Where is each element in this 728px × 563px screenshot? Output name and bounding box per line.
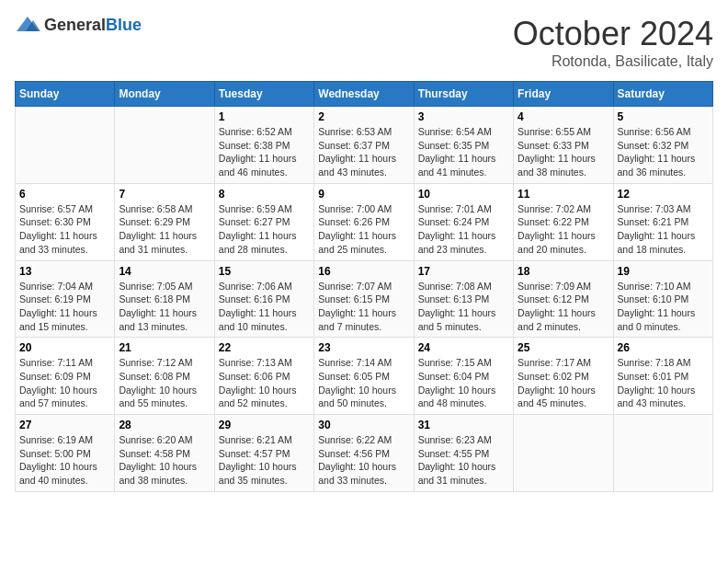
calendar-day-cell: 5Sunrise: 6:56 AMSunset: 6:32 PMDaylight… (613, 107, 712, 184)
day-of-week-header: Monday (115, 82, 214, 107)
day-number: 5 (618, 110, 709, 123)
calendar-day-cell: 3Sunrise: 6:54 AMSunset: 6:35 PMDaylight… (414, 107, 513, 184)
logo-blue: Blue (106, 16, 142, 34)
calendar-day-cell: 12Sunrise: 7:03 AMSunset: 6:21 PMDayligh… (613, 183, 712, 260)
logo-text: GeneralBlue (44, 16, 142, 35)
day-number: 31 (418, 419, 509, 431)
logo: GeneralBlue (15, 15, 142, 35)
calendar-day-cell: 11Sunrise: 7:02 AMSunset: 6:22 PMDayligh… (514, 183, 613, 260)
calendar-day-cell: 7Sunrise: 6:58 AMSunset: 6:29 PMDaylight… (115, 183, 214, 260)
calendar-week-row: 20Sunrise: 7:11 AMSunset: 6:09 PMDayligh… (16, 338, 713, 415)
day-number: 18 (518, 265, 609, 278)
day-info: Sunrise: 6:57 AMSunset: 6:30 PMDaylight:… (19, 202, 110, 257)
day-info: Sunrise: 7:08 AMSunset: 6:13 PMDaylight:… (418, 280, 509, 334)
day-info: Sunrise: 7:09 AMSunset: 6:12 PMDaylight:… (518, 280, 609, 334)
day-number: 16 (318, 265, 409, 278)
day-info: Sunrise: 7:04 AMSunset: 6:19 PMDaylight:… (19, 280, 110, 334)
day-info: Sunrise: 7:02 AMSunset: 6:22 PMDaylight:… (518, 202, 609, 257)
day-number: 20 (19, 341, 110, 354)
day-info: Sunrise: 6:56 AMSunset: 6:32 PMDaylight:… (618, 125, 709, 179)
day-info: Sunrise: 6:55 AMSunset: 6:33 PMDaylight:… (518, 125, 609, 179)
day-info: Sunrise: 7:11 AMSunset: 6:09 PMDaylight:… (19, 356, 110, 410)
calendar-day-cell: 24Sunrise: 7:15 AMSunset: 6:04 PMDayligh… (414, 338, 513, 415)
calendar-day-cell: 28Sunrise: 6:20 AMSunset: 4:58 PMDayligh… (115, 415, 214, 492)
day-of-week-header: Wednesday (314, 82, 414, 107)
calendar-day-cell: 19Sunrise: 7:10 AMSunset: 6:10 PMDayligh… (613, 260, 712, 338)
day-number: 24 (418, 341, 509, 354)
location-subtitle: Rotonda, Basilicate, Italy (513, 53, 713, 70)
day-info: Sunrise: 7:10 AMSunset: 6:10 PMDaylight:… (618, 280, 709, 334)
day-number: 25 (518, 341, 609, 354)
calendar-day-cell: 2Sunrise: 6:53 AMSunset: 6:37 PMDaylight… (314, 107, 414, 184)
day-number: 30 (318, 419, 409, 431)
calendar-day-cell: 8Sunrise: 6:59 AMSunset: 6:27 PMDaylight… (214, 183, 313, 260)
day-number: 15 (219, 265, 310, 278)
day-number: 12 (618, 188, 709, 201)
calendar-day-cell: 29Sunrise: 6:21 AMSunset: 4:57 PMDayligh… (214, 415, 313, 492)
day-number: 28 (119, 419, 210, 431)
day-of-week-header: Saturday (613, 82, 712, 107)
day-info: Sunrise: 7:14 AMSunset: 6:05 PMDaylight:… (318, 356, 409, 410)
calendar-day-cell (514, 415, 613, 492)
calendar-day-cell: 16Sunrise: 7:07 AMSunset: 6:15 PMDayligh… (314, 260, 414, 338)
calendar-header-row: SundayMondayTuesdayWednesdayThursdayFrid… (16, 82, 713, 107)
day-number: 9 (318, 188, 409, 201)
day-of-week-header: Friday (514, 82, 613, 107)
calendar-day-cell (613, 415, 712, 492)
day-info: Sunrise: 6:23 AMSunset: 4:55 PMDaylight:… (418, 433, 509, 488)
day-info: Sunrise: 7:01 AMSunset: 6:24 PMDaylight:… (418, 202, 509, 257)
calendar-week-row: 27Sunrise: 6:19 AMSunset: 5:00 PMDayligh… (16, 415, 713, 492)
calendar-table: SundayMondayTuesdayWednesdayThursdayFrid… (15, 81, 713, 492)
calendar-day-cell: 9Sunrise: 7:00 AMSunset: 6:26 PMDaylight… (314, 183, 414, 260)
day-number: 4 (518, 110, 609, 123)
calendar-day-cell: 27Sunrise: 6:19 AMSunset: 5:00 PMDayligh… (16, 415, 115, 492)
day-info: Sunrise: 6:21 AMSunset: 4:57 PMDaylight:… (219, 433, 310, 488)
day-number: 3 (418, 110, 509, 123)
day-number: 8 (219, 188, 310, 201)
calendar-day-cell: 30Sunrise: 6:22 AMSunset: 4:56 PMDayligh… (314, 415, 414, 492)
day-number: 19 (618, 265, 709, 278)
calendar-day-cell: 18Sunrise: 7:09 AMSunset: 6:12 PMDayligh… (514, 260, 613, 338)
calendar-week-row: 1Sunrise: 6:52 AMSunset: 6:38 PMDaylight… (16, 107, 713, 184)
day-info: Sunrise: 6:58 AMSunset: 6:29 PMDaylight:… (119, 202, 210, 257)
calendar-day-cell: 26Sunrise: 7:18 AMSunset: 6:01 PMDayligh… (613, 338, 712, 415)
day-info: Sunrise: 7:17 AMSunset: 6:02 PMDaylight:… (518, 356, 609, 410)
day-of-week-header: Tuesday (214, 82, 313, 107)
calendar-day-cell: 23Sunrise: 7:14 AMSunset: 6:05 PMDayligh… (314, 338, 414, 415)
day-number: 2 (318, 110, 409, 123)
day-info: Sunrise: 7:15 AMSunset: 6:04 PMDaylight:… (418, 356, 509, 410)
calendar-day-cell: 13Sunrise: 7:04 AMSunset: 6:19 PMDayligh… (16, 260, 115, 338)
day-info: Sunrise: 6:19 AMSunset: 5:00 PMDaylight:… (19, 433, 110, 488)
day-number: 1 (219, 110, 310, 123)
calendar-week-row: 6Sunrise: 6:57 AMSunset: 6:30 PMDaylight… (16, 183, 713, 260)
calendar-day-cell (16, 107, 115, 184)
day-number: 23 (318, 341, 409, 354)
logo-icon (15, 15, 40, 35)
day-info: Sunrise: 6:54 AMSunset: 6:35 PMDaylight:… (418, 125, 509, 179)
calendar-day-cell: 21Sunrise: 7:12 AMSunset: 6:08 PMDayligh… (115, 338, 214, 415)
calendar-day-cell: 1Sunrise: 6:52 AMSunset: 6:38 PMDaylight… (214, 107, 313, 184)
day-info: Sunrise: 7:18 AMSunset: 6:01 PMDaylight:… (618, 356, 709, 410)
calendar-day-cell: 17Sunrise: 7:08 AMSunset: 6:13 PMDayligh… (414, 260, 513, 338)
day-number: 21 (119, 341, 210, 354)
day-info: Sunrise: 7:06 AMSunset: 6:16 PMDaylight:… (219, 280, 310, 334)
day-info: Sunrise: 6:59 AMSunset: 6:27 PMDaylight:… (219, 202, 310, 257)
calendar-day-cell: 31Sunrise: 6:23 AMSunset: 4:55 PMDayligh… (414, 415, 513, 492)
calendar-day-cell (115, 107, 214, 184)
day-number: 27 (19, 419, 110, 431)
day-number: 29 (219, 419, 310, 431)
logo-general: General (44, 16, 106, 34)
calendar-week-row: 13Sunrise: 7:04 AMSunset: 6:19 PMDayligh… (16, 260, 713, 338)
day-number: 17 (418, 265, 509, 278)
day-number: 7 (119, 188, 210, 201)
day-number: 11 (518, 188, 609, 201)
calendar-day-cell: 4Sunrise: 6:55 AMSunset: 6:33 PMDaylight… (514, 107, 613, 184)
page-header: GeneralBlue October 2024 Rotonda, Basili… (15, 15, 713, 70)
day-number: 10 (418, 188, 509, 201)
calendar-day-cell: 14Sunrise: 7:05 AMSunset: 6:18 PMDayligh… (115, 260, 214, 338)
month-title: October 2024 (513, 15, 713, 53)
calendar-day-cell: 20Sunrise: 7:11 AMSunset: 6:09 PMDayligh… (16, 338, 115, 415)
day-info: Sunrise: 7:12 AMSunset: 6:08 PMDaylight:… (119, 356, 210, 410)
day-number: 14 (119, 265, 210, 278)
day-info: Sunrise: 7:13 AMSunset: 6:06 PMDaylight:… (219, 356, 310, 410)
